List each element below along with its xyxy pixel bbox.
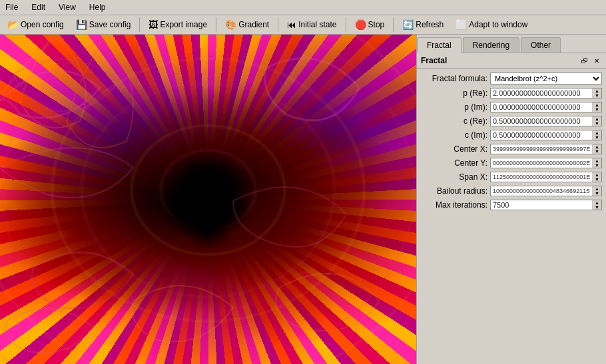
c-re-input-wrap: ▲ ▼ [490, 116, 602, 126]
separator-1 [139, 17, 140, 32]
menu-view[interactable]: View [56, 1, 79, 13]
c-re-row: c (Re): ▲ ▼ [421, 116, 602, 126]
open-config-button[interactable]: 📂 Open config [3, 17, 69, 32]
stop-label: Stop [368, 20, 385, 29]
max-iterations-up[interactable]: ▲ [593, 200, 601, 205]
bailout-radius-down[interactable]: ▼ [593, 191, 601, 196]
adapt-to-window-label: Adapt to window [469, 20, 527, 29]
form-area: Fractal formula: Mandelbrot (z^2+c) Juli… [417, 69, 606, 364]
fractal-canvas[interactable] [0, 35, 416, 364]
menu-help[interactable]: Help [87, 1, 109, 13]
menubar: File Edit View Help [0, 0, 606, 15]
fractal-formula-row: Fractal formula: Mandelbrot (z^2+c) Juli… [421, 73, 602, 85]
center-y-down[interactable]: ▼ [593, 163, 601, 168]
fractal-formula-select[interactable]: Mandelbrot (z^2+c) Julia Burning Ship Tr… [491, 73, 601, 84]
span-x-down[interactable]: ▼ [593, 177, 601, 182]
gradient-button[interactable]: 🎨 Gradient [220, 17, 274, 32]
span-x-spinners: ▲ ▼ [592, 172, 601, 182]
p-re-label: p (Re): [421, 89, 487, 98]
bailout-radius-input-wrap: ▲ ▼ [490, 186, 602, 196]
menu-edit[interactable]: Edit [29, 1, 48, 13]
toolbar: 📂 Open config 💾 Save config 🖼 Export ima… [0, 15, 606, 35]
center-x-down[interactable]: ▼ [593, 149, 601, 154]
center-y-up[interactable]: ▲ [593, 158, 601, 163]
fractal-formula-input-wrap: Mandelbrot (z^2+c) Julia Burning Ship Tr… [490, 73, 602, 85]
max-iterations-spinners: ▲ ▼ [592, 200, 601, 210]
export-image-icon: 🖼 [149, 19, 158, 30]
bailout-radius-up[interactable]: ▲ [593, 186, 601, 191]
center-y-input[interactable] [491, 158, 592, 168]
menu-file[interactable]: File [3, 1, 21, 13]
center-x-label: Center X: [421, 144, 487, 154]
p-im-row: p (Im): ▲ ▼ [421, 102, 602, 112]
span-x-input-wrap: ▲ ▼ [490, 172, 602, 182]
c-re-up[interactable]: ▲ [593, 116, 601, 121]
main-area: Fractal Rendering Other Fractal 🗗 ✕ Frac… [0, 35, 606, 364]
refresh-button[interactable]: 🔄 Refresh [398, 17, 448, 32]
p-re-spinners: ▲ ▼ [592, 89, 601, 98]
save-config-label: Save config [89, 20, 131, 29]
c-re-input[interactable] [491, 116, 592, 126]
adapt-to-window-button[interactable]: ⬜ Adapt to window [451, 17, 532, 32]
max-iterations-label: Max iterations: [421, 200, 487, 210]
separator-3 [278, 17, 278, 32]
export-image-button[interactable]: 🖼 Export image [144, 17, 212, 32]
center-y-spinners: ▲ ▼ [592, 158, 601, 168]
separator-5 [393, 17, 394, 32]
separator-2 [216, 17, 216, 32]
c-im-up[interactable]: ▲ [593, 130, 601, 135]
initial-state-icon: ⏮ [287, 19, 296, 30]
center-x-input[interactable] [491, 144, 592, 154]
c-im-label: c (Im): [421, 130, 487, 140]
p-im-up[interactable]: ▲ [593, 102, 601, 107]
tab-bar: Fractal Rendering Other [417, 35, 606, 53]
bailout-radius-input[interactable] [491, 186, 592, 196]
initial-state-button[interactable]: ⏮ Initial state [282, 17, 341, 32]
span-x-input[interactable] [491, 172, 592, 182]
p-im-down[interactable]: ▼ [593, 107, 601, 112]
panel-icons: 🗗 ✕ [579, 55, 602, 66]
bailout-radius-row: Bailout radius: ▲ ▼ [421, 186, 602, 196]
c-im-input[interactable] [491, 130, 592, 140]
tab-fractal[interactable]: Fractal [417, 37, 461, 53]
span-x-row: Span X: ▲ ▼ [421, 172, 602, 182]
center-y-input-wrap: ▲ ▼ [490, 158, 602, 168]
initial-state-label: Initial state [298, 20, 336, 29]
refresh-label: Refresh [416, 20, 444, 29]
c-im-input-wrap: ▲ ▼ [490, 130, 602, 140]
panel-restore-icon[interactable]: 🗗 [579, 55, 590, 66]
p-im-input[interactable] [491, 102, 592, 112]
c-re-spinners: ▲ ▼ [592, 116, 601, 126]
max-iterations-input[interactable] [491, 200, 592, 210]
c-im-down[interactable]: ▼ [593, 135, 601, 140]
center-x-row: Center X: ▲ ▼ [421, 144, 602, 154]
stop-button[interactable]: 🛑 Stop [350, 17, 390, 32]
tab-rendering[interactable]: Rendering [463, 37, 519, 53]
save-config-button[interactable]: 💾 Save config [71, 17, 136, 32]
center-y-row: Center Y: ▲ ▼ [421, 158, 602, 168]
p-re-row: p (Re): ▲ ▼ [421, 88, 602, 98]
save-config-icon: 💾 [76, 19, 87, 30]
gradient-label: Gradient [238, 20, 269, 29]
max-iterations-input-wrap: ▲ ▼ [490, 200, 602, 210]
separator-4 [346, 17, 346, 32]
p-im-spinners: ▲ ▼ [592, 102, 601, 112]
c-im-row: c (Im): ▲ ▼ [421, 130, 602, 140]
p-re-down[interactable]: ▼ [593, 93, 601, 98]
p-im-input-wrap: ▲ ▼ [490, 102, 602, 112]
center-x-input-wrap: ▲ ▼ [490, 144, 602, 154]
center-x-up[interactable]: ▲ [593, 144, 601, 149]
max-iterations-row: Max iterations: ▲ ▼ [421, 200, 602, 210]
p-re-input[interactable] [491, 89, 592, 98]
panel-header: Fractal 🗗 ✕ [417, 53, 606, 69]
tab-other[interactable]: Other [521, 37, 561, 53]
panel-close-icon[interactable]: ✕ [591, 55, 602, 66]
right-panel: Fractal Rendering Other Fractal 🗗 ✕ Frac… [416, 35, 606, 364]
p-re-up[interactable]: ▲ [593, 89, 601, 93]
span-x-up[interactable]: ▲ [593, 172, 601, 177]
max-iterations-down[interactable]: ▼ [593, 205, 601, 210]
span-x-label: Span X: [421, 172, 487, 182]
panel-title: Fractal [421, 56, 447, 65]
center-x-spinners: ▲ ▼ [592, 144, 601, 154]
c-re-down[interactable]: ▼ [593, 121, 601, 126]
